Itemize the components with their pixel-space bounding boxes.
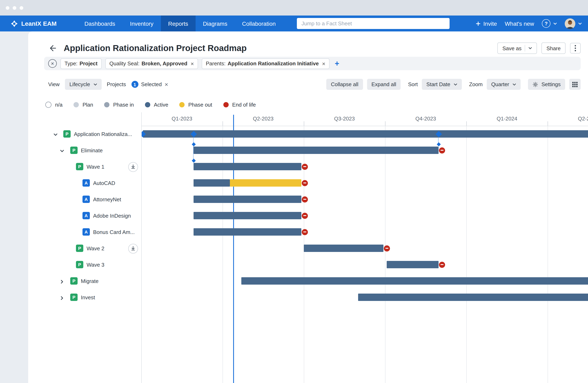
timeline-quarter-label: Q1-2024 xyxy=(497,116,517,122)
today-line xyxy=(233,115,234,383)
tree-row-label: Invest xyxy=(81,294,95,300)
gantt-bar-wave-1[interactable] xyxy=(194,163,301,170)
tree-row-wave-1[interactable]: PWave 1 xyxy=(28,158,141,175)
timeline-quarter-label: Q1-2023 xyxy=(171,116,192,122)
close-icon[interactable]: × xyxy=(191,60,194,67)
gantt-bar-autocad[interactable] xyxy=(194,179,230,187)
timeline-tick xyxy=(304,121,304,126)
application-icon: A xyxy=(83,179,90,187)
divider xyxy=(525,45,525,51)
tree-row-autocad[interactable]: AAutoCAD xyxy=(28,175,141,191)
project-icon: P xyxy=(63,130,71,138)
save-as-button[interactable]: Save as xyxy=(498,43,537,54)
filter-chip-quality-seal[interactable]: Quality Seal:Broken, Approved× xyxy=(105,58,198,69)
view-select[interactable]: Lifecycle xyxy=(65,79,102,90)
gantt-bar-autocad[interactable] xyxy=(230,179,301,187)
settings-button[interactable]: Settings xyxy=(528,79,565,90)
nav-item-diagrams[interactable]: Diagrams xyxy=(196,16,235,31)
nav-item-dashboards[interactable]: Dashboards xyxy=(77,16,123,31)
gantt-bar-wave-2[interactable] xyxy=(304,245,383,252)
application-icon: A xyxy=(83,228,90,235)
milestone-diamond-small xyxy=(192,142,196,146)
header-actions: Save as Share xyxy=(498,43,581,54)
chevron-right-icon[interactable] xyxy=(60,295,64,300)
gantt-bar-migrate[interactable] xyxy=(241,277,588,285)
toolbar-left: View Lifecycle Projects 1 Selected × xyxy=(48,79,168,90)
gantt-bar-attorneynet[interactable] xyxy=(194,196,301,203)
more-options-button[interactable] xyxy=(570,43,581,53)
legend-item-phase-in: Phase in xyxy=(104,102,134,107)
tree-row-wave-3[interactable]: PWave 3 xyxy=(28,256,141,273)
legend-label: Phase in xyxy=(113,102,134,107)
zoom-select[interactable]: Quarter xyxy=(487,79,521,90)
window-dot[interactable] xyxy=(13,6,16,10)
nav-item-inventory[interactable]: Inventory xyxy=(123,16,161,31)
sort-select[interactable]: Start Date xyxy=(422,79,462,90)
gantt-bar-bonus-card-am[interactable] xyxy=(194,228,301,235)
invite-button[interactable]: Invite xyxy=(476,20,497,27)
clear-filters-button[interactable]: × xyxy=(48,59,57,68)
legend-label: Plan xyxy=(83,102,93,107)
end-of-life-marker xyxy=(439,147,445,153)
filter-chip-value: Application Rationalization Initiative xyxy=(228,61,319,66)
drilldown-button[interactable] xyxy=(128,244,138,254)
nav-item-reports[interactable]: Reports xyxy=(161,16,196,31)
expand-all-button[interactable]: Expand all xyxy=(367,79,400,90)
tree-row-bonus-card-am[interactable]: ABonus Card Am... xyxy=(28,224,141,240)
grid-icon xyxy=(572,82,578,87)
tree-row-invest[interactable]: PInvest xyxy=(28,289,141,305)
filter-chip-type[interactable]: Type:Project xyxy=(61,58,102,69)
tree-row-label: Wave 3 xyxy=(86,262,104,268)
share-button[interactable]: Share xyxy=(542,43,566,54)
gantt-bar-wave-3[interactable] xyxy=(387,261,439,268)
tree-row-adobe-indesign[interactable]: AAdobe InDesign xyxy=(28,207,141,224)
chevron-right-icon[interactable] xyxy=(60,278,64,283)
window-dot[interactable] xyxy=(6,6,9,10)
end-of-life-marker xyxy=(384,245,390,251)
tree-row-application-rationaliza[interactable]: PApplication Rationaliza... xyxy=(28,126,141,142)
back-button[interactable] xyxy=(46,43,58,54)
timeline-quarter-label: Q2-2023 xyxy=(253,116,273,122)
clear-selected-button[interactable]: × xyxy=(165,81,168,88)
brand[interactable]: LeanIX EAM xyxy=(0,20,57,27)
timeline-quarter-label: Q2-2024 xyxy=(578,116,588,122)
help-button[interactable]: ? xyxy=(542,19,557,28)
table-view-button[interactable] xyxy=(569,79,581,90)
gantt-bar-eliminate[interactable] xyxy=(194,147,439,154)
close-icon[interactable]: × xyxy=(322,60,325,67)
drilldown-button[interactable] xyxy=(128,162,138,172)
timeline-tick xyxy=(466,121,467,126)
window-dot[interactable] xyxy=(20,6,23,10)
project-icon: P xyxy=(70,147,78,154)
legend-dot xyxy=(179,102,185,107)
avatar xyxy=(565,18,575,29)
chevron-down-icon[interactable] xyxy=(53,131,58,136)
gantt-bar-invest[interactable] xyxy=(358,294,588,301)
user-menu[interactable] xyxy=(565,18,582,29)
add-filter-button[interactable]: + xyxy=(333,59,341,68)
whats-new-button[interactable]: What's new xyxy=(505,20,534,27)
gear-icon xyxy=(532,82,538,87)
quarter-grid-line xyxy=(466,126,467,383)
chevron-down-icon[interactable] xyxy=(60,148,64,153)
filter-chip-prefix: Parents: xyxy=(206,61,226,66)
end-of-life-marker xyxy=(302,196,308,202)
timeline-tick xyxy=(547,121,548,126)
selected-filter[interactable]: 1 Selected × xyxy=(131,81,168,88)
tree-row-migrate[interactable]: PMigrate xyxy=(28,273,141,289)
collapse-all-button[interactable]: Collapse all xyxy=(326,79,363,90)
tree-row-eliminate[interactable]: PEliminate xyxy=(28,142,141,158)
project-icon: P xyxy=(76,245,83,252)
arrow-down-icon xyxy=(131,163,136,171)
arrow-down-icon xyxy=(131,245,136,252)
tree-row-attorneynet[interactable]: AAttorneyNet xyxy=(28,191,141,207)
gantt-bar-application-rationaliza[interactable] xyxy=(143,130,588,138)
application-icon: A xyxy=(83,196,90,203)
fact-sheet-search-input[interactable] xyxy=(297,18,450,29)
settings-label: Settings xyxy=(542,81,561,87)
view-label: View xyxy=(48,81,60,87)
nav-item-collaboration[interactable]: Collaboration xyxy=(235,16,283,31)
tree-row-wave-2[interactable]: PWave 2 xyxy=(28,240,141,256)
gantt-bar-adobe-indesign[interactable] xyxy=(194,212,301,219)
filter-chip-parents[interactable]: Parents:Application Rationalization Init… xyxy=(202,58,330,69)
